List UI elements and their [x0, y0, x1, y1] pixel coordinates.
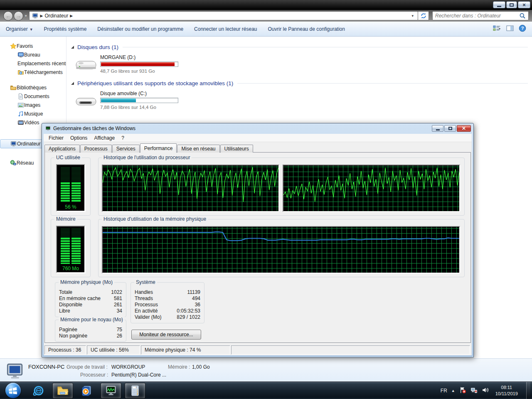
hidden-icons-button[interactable]: ▲: [451, 389, 455, 393]
drive-item[interactable]: MORGANE (D:)48,7 Go libres sur 931 Go: [75, 54, 528, 74]
sidebar-item-favoris[interactable]: Favoris: [0, 42, 66, 50]
music-icon: [17, 111, 24, 117]
tab-applications[interactable]: Applications: [44, 145, 80, 153]
refresh-icon: [420, 12, 427, 19]
task-manager-body: FichierOptionsAffichage? ApplicationsPro…: [44, 134, 472, 355]
menu-item-options[interactable]: Options: [67, 134, 91, 142]
system-title: Système: [134, 279, 157, 285]
collapse-icon: [71, 46, 74, 49]
cpu-history-graph-core2: [283, 165, 460, 212]
taskbar: 0 FR ▲ 08:11 10/11/2019: [0, 382, 532, 399]
stat-label: Libre: [59, 308, 117, 314]
details-pane: FOXCONN-PC Groupe de travail : WORKGROUP…: [0, 358, 532, 382]
toolbar-item-4[interactable]: Ouvrir le Panneau de configuration: [268, 26, 345, 32]
tab-performance[interactable]: Performance: [140, 143, 177, 153]
explorer-close-button[interactable]: ×: [518, 1, 530, 8]
group-header[interactable]: Périphériques utilisant des supports de …: [71, 80, 528, 86]
breadcrumb-arrow-icon[interactable]: ▶: [70, 14, 73, 18]
task-manager-menubar: FichierOptionsAffichage?: [44, 134, 472, 142]
tm-minimize-button[interactable]: [432, 125, 443, 132]
sidebar-item-images[interactable]: Images: [0, 101, 66, 109]
volume-icon[interactable]: [482, 387, 489, 395]
explorer-icon: [57, 384, 69, 397]
stat-value: 75: [117, 327, 122, 332]
stat-row: Processus36: [135, 301, 200, 308]
taskbar-button-wmp[interactable]: [76, 383, 97, 399]
group-header[interactable]: Disques durs (1): [71, 44, 528, 50]
menu-item-affichage[interactable]: Affichage: [91, 134, 118, 142]
workgroup-label: Groupe de travail :: [66, 364, 108, 370]
taskbar-clock[interactable]: 08:11 10/11/2019: [495, 384, 518, 397]
network-error-icon[interactable]: [470, 387, 478, 395]
performance-tab-page: UC utilisée 56 % Historique de l'utilisa…: [44, 152, 471, 343]
stat-row: Libre34: [59, 308, 122, 314]
change-view-button[interactable]: [493, 25, 501, 33]
task-manager-title: Gestionnaire des tâches de Windows: [53, 126, 135, 131]
sidebar-item-téléchargements[interactable]: Téléchargements: [0, 68, 66, 76]
tm-maximize-button[interactable]: [444, 125, 456, 132]
toolbar-item-0[interactable]: Organiser▼: [6, 26, 33, 32]
toolbar-item-1[interactable]: Propriétés système: [44, 26, 87, 32]
taskbar-button-calculator[interactable]: 0: [125, 383, 145, 399]
taskbar-button-start[interactable]: [2, 383, 24, 399]
drive-free-space: 7,88 Go libres sur 14,4 Go: [100, 105, 178, 110]
help-button[interactable]: ?: [519, 25, 526, 33]
status-cell-2: Mémoire physique : 74 %: [141, 345, 230, 355]
tab-utilisateurs[interactable]: Utilisateurs: [220, 145, 253, 153]
tm-close-button[interactable]: ✕: [457, 125, 471, 132]
address-bar[interactable]: ▶ Ordinateur ▶ ▾: [29, 11, 418, 20]
processor-value: Pentium(R) Dual-Core ...: [111, 372, 166, 378]
status-cell-spacer: [231, 345, 470, 355]
sidebar-item-musique[interactable]: Musique: [0, 109, 66, 118]
task-manager-tabs: ApplicationsProcessusServicesPerformance…: [44, 143, 471, 153]
drive-item[interactable]: Disque amovible (C:)7,88 Go libres sur 1…: [75, 91, 528, 110]
show-desktop-button[interactable]: [526, 382, 530, 399]
stat-row: Threads494: [135, 295, 200, 301]
status-cell-0: Processus : 36: [44, 345, 86, 355]
tab-processus[interactable]: Processus: [80, 145, 112, 153]
tab-services[interactable]: Services: [112, 145, 140, 153]
breadcrumb[interactable]: Ordinateur: [44, 13, 68, 19]
task-manager-titlebar[interactable]: Gestionnaire des tâches de Windows: [42, 123, 473, 133]
sidebar-item-bibliothèques[interactable]: Bibliothèques: [0, 83, 66, 92]
stat-row: Handles11139: [135, 289, 200, 295]
stat-label: En activité: [135, 308, 177, 314]
library-icon: [10, 84, 17, 91]
resource-monitor-button[interactable]: Moniteur de ressource...: [131, 330, 201, 340]
memory-label: Mémoire :: [168, 364, 190, 370]
menu-item-fichier[interactable]: Fichier: [45, 134, 67, 142]
explorer-minimize-button[interactable]: [493, 1, 505, 8]
address-dropdown-icon[interactable]: ▾: [410, 14, 415, 18]
back-button[interactable]: ←: [3, 11, 13, 21]
maximize-icon: [448, 127, 452, 130]
forward-button[interactable]: →: [14, 11, 23, 21]
toolbar-item-3[interactable]: Connecter un lecteur réseau: [194, 26, 257, 32]
preview-pane-button[interactable]: [506, 25, 514, 33]
stat-label: Processus: [135, 302, 195, 308]
tab-mise-en-réseau[interactable]: Mise en réseau: [177, 145, 219, 153]
nav-history-dropdown[interactable]: ▾: [25, 14, 27, 18]
sidebar-item-emplacements-récents[interactable]: Emplacements récents: [0, 59, 66, 68]
refresh-button[interactable]: [418, 11, 429, 20]
explorer-maximize-button[interactable]: [506, 1, 517, 8]
video-icon: [17, 119, 24, 126]
cpu-history-label: Historique de l'utilisation du processeu…: [102, 155, 192, 160]
start-orb-icon: [5, 383, 21, 398]
explorer-titlebar[interactable]: ×: [0, 0, 532, 10]
drive-free-space: 48,7 Go libres sur 931 Go: [100, 69, 178, 74]
stat-label: Handles: [135, 289, 187, 295]
action-center-icon[interactable]: [459, 387, 466, 395]
taskbar-button-explorer[interactable]: [52, 383, 73, 399]
language-indicator[interactable]: FR: [441, 388, 447, 394]
menu-item-aide[interactable]: ?: [118, 134, 128, 142]
cpu-usage-gauge: 56 %: [56, 164, 85, 212]
search-input[interactable]: Rechercher dans : Ordinateur: [432, 11, 529, 20]
task-manager-icon: [45, 126, 51, 132]
taskbar-button-ie[interactable]: [28, 383, 49, 399]
sidebar-item-bureau[interactable]: Bureau: [0, 50, 66, 59]
image-icon: [17, 102, 24, 108]
stat-row: En activité0:05:32:53: [135, 308, 200, 314]
toolbar-item-2[interactable]: Désinstaller ou modifier un programme: [97, 26, 183, 32]
sidebar-item-documents[interactable]: Documents: [0, 92, 66, 101]
taskbar-button-taskmgr[interactable]: [101, 383, 121, 399]
